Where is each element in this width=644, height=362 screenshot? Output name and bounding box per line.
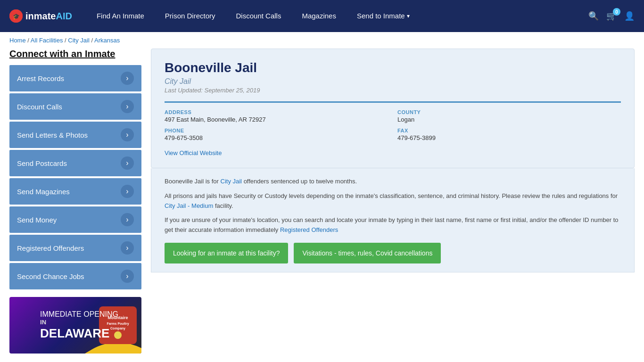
facility-card: Booneville Jail City Jail Last Updated: … bbox=[151, 49, 635, 168]
breadcrumb: Home / All Facilities / City Jail / Arka… bbox=[0, 32, 644, 49]
address-value: 497 East Main, Booneville, AR 72927 bbox=[165, 116, 388, 123]
phone-block: PHONE 479-675-3508 bbox=[165, 128, 388, 141]
content: Booneville Jail City Jail Last Updated: … bbox=[151, 49, 635, 354]
search-button[interactable]: 🔍 bbox=[588, 11, 599, 21]
sidebar-arrow-icon: › bbox=[121, 156, 134, 170]
county-value: Logan bbox=[397, 116, 621, 123]
ad-banner[interactable]: IMMEDIATE OPENING IN DELAWARE Mountaire … bbox=[9, 297, 141, 354]
nav-discount-calls[interactable]: Discount Calls bbox=[226, 0, 292, 32]
breadcrumb-city-jail[interactable]: City Jail bbox=[68, 37, 90, 44]
sidebar-item-send-letters[interactable]: Send Letters & Photos › bbox=[9, 122, 141, 148]
desc-paragraph-1: Booneville Jail is for City Jail offende… bbox=[165, 177, 621, 187]
sidebar-item-label: Send Money bbox=[17, 216, 57, 224]
nav-find-inmate[interactable]: Find An Inmate bbox=[86, 0, 155, 32]
sidebar-item-send-postcards[interactable]: Send Postcards › bbox=[9, 150, 141, 176]
nav-prison-directory[interactable]: Prison Directory bbox=[155, 0, 226, 32]
cart-button[interactable]: 🛒 0 bbox=[606, 11, 617, 21]
sidebar: Connect with an Inmate Arrest Records › … bbox=[9, 49, 141, 354]
nav-magazines[interactable]: Magazines bbox=[291, 0, 347, 32]
ad-immediate: IMMEDIATE OPENING bbox=[40, 310, 118, 319]
facility-updated: Last Updated: September 25, 2019 bbox=[165, 87, 621, 94]
city-jail-link-1[interactable]: City Jail bbox=[221, 178, 242, 185]
fax-block: FAX 479-675-3899 bbox=[397, 128, 621, 141]
sidebar-item-second-chance-jobs[interactable]: Second Chance Jobs › bbox=[9, 263, 141, 289]
main-layout: Connect with an Inmate Arrest Records › … bbox=[0, 49, 644, 362]
search-icon: 🔍 bbox=[588, 11, 599, 21]
sidebar-arrow-icon: › bbox=[121, 128, 134, 141]
address-label: ADDRESS bbox=[165, 109, 388, 115]
sidebar-item-label: Arrest Records bbox=[17, 74, 64, 82]
view-website-link[interactable]: View Official Website bbox=[165, 149, 222, 156]
find-inmate-button[interactable]: Looking for an inmate at this facility? bbox=[165, 243, 288, 263]
header: 🎓 inmateAID Find An Inmate Prison Direct… bbox=[0, 0, 644, 32]
county-block: COUNTY Logan bbox=[397, 109, 621, 123]
logo-icon: 🎓 bbox=[9, 9, 23, 23]
city-jail-medium-link[interactable]: City Jail - Medium bbox=[165, 202, 213, 209]
sidebar-title: Connect with an Inmate bbox=[9, 49, 141, 59]
ad-banner-text: IMMEDIATE OPENING IN DELAWARE bbox=[33, 310, 118, 341]
breadcrumb-state[interactable]: Arkansas bbox=[94, 37, 120, 44]
sidebar-item-send-magazines[interactable]: Send Magazines › bbox=[9, 178, 141, 205]
phone-value: 479-675-3508 bbox=[165, 134, 388, 141]
sidebar-item-registered-offenders[interactable]: Registered Offenders › bbox=[9, 235, 141, 261]
fax-label: FAX bbox=[397, 128, 621, 133]
logo-area[interactable]: 🎓 inmateAID bbox=[9, 9, 72, 23]
sidebar-arrow-icon: › bbox=[121, 270, 134, 283]
user-icon: 👤 bbox=[624, 11, 635, 21]
svg-text:🎓: 🎓 bbox=[13, 13, 20, 20]
sidebar-item-arrest-records[interactable]: Arrest Records › bbox=[9, 65, 141, 91]
sidebar-item-label: Send Letters & Photos bbox=[17, 131, 88, 139]
action-buttons: Looking for an inmate at this facility? … bbox=[165, 243, 621, 263]
county-label: COUNTY bbox=[397, 109, 621, 115]
visitations-button[interactable]: Visitations - times, rules, Covid cancel… bbox=[294, 243, 441, 263]
view-website-block: View Official Website bbox=[165, 149, 621, 156]
facility-details: ADDRESS 497 East Main, Booneville, AR 72… bbox=[165, 101, 621, 156]
sidebar-item-label: Send Magazines bbox=[17, 188, 70, 196]
sidebar-item-label: Second Chance Jobs bbox=[17, 272, 84, 280]
sidebar-arrow-icon: › bbox=[121, 72, 134, 85]
sidebar-item-label: Registered Offenders bbox=[17, 244, 84, 252]
dropdown-arrow-icon: ▾ bbox=[407, 0, 410, 32]
sidebar-arrow-icon: › bbox=[121, 100, 134, 113]
sidebar-item-send-money[interactable]: Send Money › bbox=[9, 206, 141, 233]
sidebar-item-label: Discount Calls bbox=[17, 103, 62, 111]
sidebar-item-discount-calls[interactable]: Discount Calls › bbox=[9, 93, 141, 120]
cart-badge: 0 bbox=[613, 8, 620, 16]
main-nav: Find An Inmate Prison Directory Discount… bbox=[86, 0, 588, 32]
fax-value: 479-675-3899 bbox=[397, 134, 621, 141]
address-block: ADDRESS 497 East Main, Booneville, AR 72… bbox=[165, 109, 388, 123]
sidebar-arrow-icon: › bbox=[121, 185, 134, 198]
nav-icons: 🔍 🛒 0 👤 bbox=[588, 11, 635, 21]
desc-paragraph-2: All prisons and jails have Security or C… bbox=[165, 191, 621, 211]
user-button[interactable]: 👤 bbox=[624, 11, 635, 21]
sidebar-item-label: Send Postcards bbox=[17, 159, 67, 167]
facility-type: City Jail bbox=[165, 77, 621, 86]
facility-name: Booneville Jail bbox=[165, 60, 621, 75]
ad-in: IN bbox=[40, 319, 118, 326]
nav-send-to-inmate[interactable]: Send to Inmate ▾ bbox=[347, 0, 420, 32]
phone-label: PHONE bbox=[165, 128, 388, 133]
breadcrumb-home[interactable]: Home bbox=[9, 37, 26, 44]
ad-delaware: DELAWARE bbox=[40, 326, 118, 341]
desc-paragraph-3: If you are unsure of your inmate's locat… bbox=[165, 215, 621, 235]
registered-offenders-link[interactable]: Registered Offenders bbox=[280, 226, 338, 233]
sidebar-arrow-icon: › bbox=[121, 213, 134, 226]
logo-aid: AID bbox=[56, 11, 72, 21]
breadcrumb-all-facilities[interactable]: All Facilities bbox=[31, 37, 63, 44]
logo-text: inmateAID bbox=[25, 11, 72, 22]
sidebar-arrow-icon: › bbox=[121, 241, 134, 255]
description-block: Booneville Jail is for City Jail offende… bbox=[151, 168, 635, 272]
